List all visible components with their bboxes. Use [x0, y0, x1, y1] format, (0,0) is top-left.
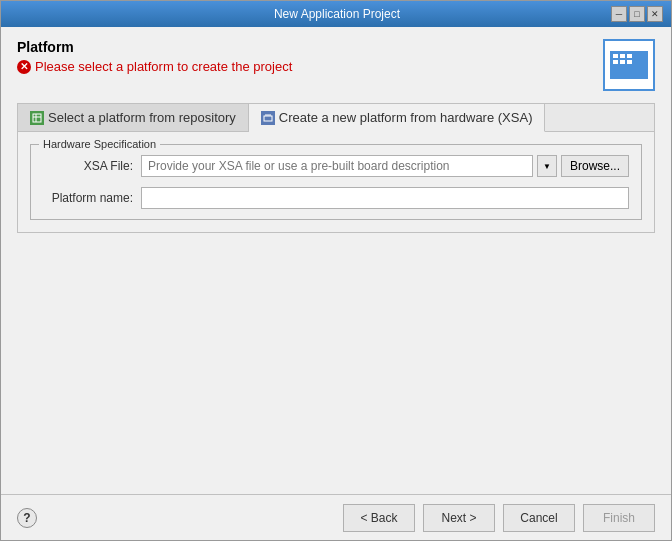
platform-name-label: Platform name: — [43, 191, 133, 205]
hardware-icon — [261, 111, 275, 125]
title-controls: ─ □ ✕ — [611, 6, 663, 22]
close-button[interactable]: ✕ — [647, 6, 663, 22]
browse-button[interactable]: Browse... — [561, 155, 629, 177]
back-button[interactable]: < Back — [343, 504, 415, 532]
error-message: ✕ Please select a platform to create the… — [17, 59, 292, 74]
platform-name-row: Platform name: — [43, 187, 629, 209]
xsa-file-label: XSA File: — [43, 159, 133, 173]
window-content: Platform ✕ Please select a platform to c… — [1, 27, 671, 494]
hardware-spec-legend: Hardware Specification — [39, 138, 160, 150]
main-window: New Application Project ─ □ ✕ Platform ✕… — [0, 0, 672, 541]
tab-hardware[interactable]: Create a new platform from hardware (XSA… — [249, 104, 546, 132]
platform-name-input[interactable] — [141, 187, 629, 209]
footer-buttons: < Back Next > Cancel Finish — [343, 504, 655, 532]
minimize-button[interactable]: ─ — [611, 6, 627, 22]
title-bar: New Application Project ─ □ ✕ — [1, 1, 671, 27]
platform-name-container — [141, 187, 629, 209]
tab-hardware-label: Create a new platform from hardware (XSA… — [279, 110, 533, 125]
svg-rect-3 — [264, 116, 272, 121]
header-left: Platform ✕ Please select a platform to c… — [17, 39, 292, 74]
finish-button[interactable]: Finish — [583, 504, 655, 532]
footer-left: ? — [17, 508, 37, 528]
xsa-file-input[interactable] — [141, 155, 533, 177]
hardware-spec-group: Hardware Specification XSA File: ▼ Brows… — [30, 144, 642, 220]
next-button[interactable]: Next > — [423, 504, 495, 532]
tab-repo-label: Select a platform from repository — [48, 110, 236, 125]
tabs-container: Select a platform from repository Create… — [17, 103, 655, 131]
page-title: Platform — [17, 39, 292, 55]
wizard-icon — [603, 39, 655, 91]
tab-content: Hardware Specification XSA File: ▼ Brows… — [17, 131, 655, 233]
wizard-icon-inner — [610, 51, 648, 79]
xsa-input-container: ▼ Browse... — [141, 155, 629, 177]
main-area — [17, 233, 655, 482]
error-icon: ✕ — [17, 60, 31, 74]
xsa-file-row: XSA File: ▼ Browse... — [43, 155, 629, 177]
tab-repo[interactable]: Select a platform from repository — [18, 104, 249, 131]
footer: ? < Back Next > Cancel Finish — [1, 494, 671, 540]
xsa-dropdown-button[interactable]: ▼ — [537, 155, 557, 177]
error-text: Please select a platform to create the p… — [35, 59, 292, 74]
window-title: New Application Project — [63, 7, 611, 21]
cancel-button[interactable]: Cancel — [503, 504, 575, 532]
repo-icon — [30, 111, 44, 125]
help-button[interactable]: ? — [17, 508, 37, 528]
maximize-button[interactable]: □ — [629, 6, 645, 22]
header-section: Platform ✕ Please select a platform to c… — [17, 39, 655, 91]
svg-rect-0 — [33, 114, 41, 122]
wizard-icon-dots — [613, 54, 632, 64]
